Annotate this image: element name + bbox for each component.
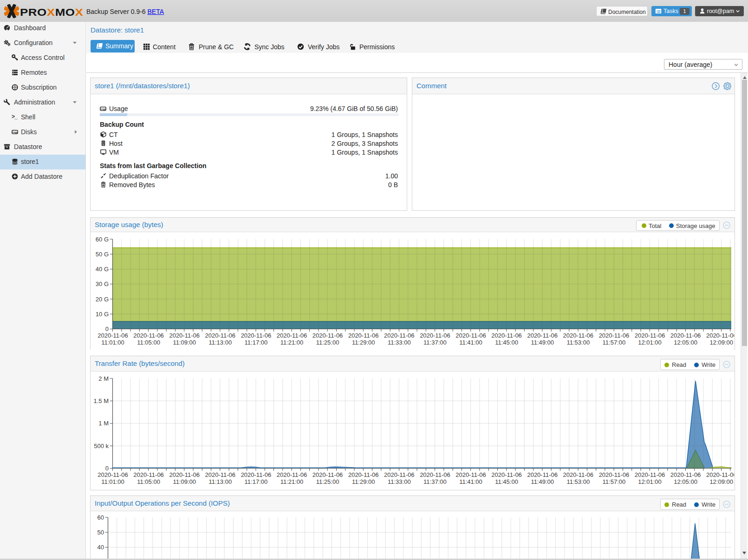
svg-text:11:09:00: 11:09:00 [173,478,196,485]
svg-text:2020-11-06: 2020-11-06 [563,471,594,478]
svg-text:30 G: 30 G [96,280,109,287]
svg-text:11:29:00: 11:29:00 [352,478,375,485]
svg-text:2 M: 2 M [98,375,109,382]
svg-text:2020-11-06: 2020-11-06 [527,471,558,478]
svg-text:2020-11-06: 2020-11-06 [455,332,486,339]
svg-text:40: 40 [98,544,104,551]
svg-text:11:01:00: 11:01:00 [101,478,124,485]
svg-text:11:37:00: 11:37:00 [423,478,447,485]
svg-text:2020-11-06: 2020-11-06 [169,332,200,339]
svg-text:2020-11-06: 2020-11-06 [670,332,701,339]
svg-text:10 G: 10 G [96,311,109,318]
svg-text:2020-11-06: 2020-11-06 [635,332,665,339]
svg-text:12:05:00: 12:05:00 [674,339,697,346]
svg-text:11:57:00: 11:57:00 [603,478,626,485]
svg-text:2020-11-06: 2020-11-06 [563,332,594,339]
svg-text:2020-11-06: 2020-11-06 [384,471,415,478]
svg-text:2020-11-06: 2020-11-06 [98,332,128,339]
svg-text:2020-11-06: 2020-11-06 [241,471,272,478]
svg-text:2020-11-06: 2020-11-06 [420,332,450,339]
svg-text:11:53:00: 11:53:00 [566,478,590,485]
svg-text:12:01:00: 12:01:00 [638,339,662,346]
svg-text:11:41:00: 11:41:00 [459,478,482,485]
svg-text:11:25:00: 11:25:00 [316,339,339,346]
svg-text:11:21:00: 11:21:00 [280,478,304,485]
svg-text:11:37:00: 11:37:00 [423,339,447,346]
svg-text:2020-11-06: 2020-11-06 [706,471,734,478]
svg-text:2020-11-06: 2020-11-06 [348,471,379,478]
svg-text:50 G: 50 G [96,251,109,258]
svg-text:11:45:00: 11:45:00 [495,478,518,485]
svg-text:2020-11-06: 2020-11-06 [420,471,450,478]
svg-text:11:09:00: 11:09:00 [173,339,196,346]
svg-text:2020-11-06: 2020-11-06 [241,332,272,339]
svg-text:2020-11-06: 2020-11-06 [133,471,164,478]
svg-text:2020-11-06: 2020-11-06 [312,471,343,478]
svg-text:2020-11-06: 2020-11-06 [133,332,164,339]
svg-text:40 G: 40 G [96,266,109,273]
svg-text:11:49:00: 11:49:00 [531,339,554,346]
svg-text:1 M: 1 M [98,420,109,427]
svg-text:2020-11-06: 2020-11-06 [635,471,665,478]
svg-text:0: 0 [105,465,109,472]
svg-text:2020-11-06: 2020-11-06 [98,471,128,478]
svg-text:11:25:00: 11:25:00 [316,478,339,485]
svg-text:11:29:00: 11:29:00 [352,339,375,346]
svg-text:2020-11-06: 2020-11-06 [599,471,630,478]
svg-text:2020-11-06: 2020-11-06 [706,332,734,339]
svg-text:2020-11-06: 2020-11-06 [277,471,307,478]
svg-text:60 G: 60 G [96,236,109,243]
svg-text:60: 60 [98,514,104,521]
svg-text:12:05:00: 12:05:00 [674,478,697,485]
svg-text:2020-11-06: 2020-11-06 [527,332,558,339]
svg-text:12:01:00: 12:01:00 [638,478,662,485]
svg-text:2020-11-06: 2020-11-06 [348,332,379,339]
svg-text:50: 50 [98,529,104,536]
svg-text:2020-11-06: 2020-11-06 [491,332,522,339]
svg-text:2020-11-06: 2020-11-06 [205,332,236,339]
svg-text:2020-11-06: 2020-11-06 [599,332,630,339]
svg-text:11:21:00: 11:21:00 [280,339,304,346]
svg-text:2020-11-06: 2020-11-06 [491,471,522,478]
svg-text:11:05:00: 11:05:00 [137,339,160,346]
svg-text:11:17:00: 11:17:00 [245,339,268,346]
svg-text:2020-11-06: 2020-11-06 [205,471,236,478]
svg-text:2020-11-06: 2020-11-06 [455,471,486,478]
svg-text:2020-11-06: 2020-11-06 [384,332,415,339]
svg-text:11:13:00: 11:13:00 [208,478,232,485]
svg-text:11:05:00: 11:05:00 [137,478,160,485]
svg-text:2020-11-06: 2020-11-06 [670,471,701,478]
svg-text:11:45:00: 11:45:00 [495,339,518,346]
svg-text:11:13:00: 11:13:00 [208,339,232,346]
svg-text:11:17:00: 11:17:00 [245,478,268,485]
svg-text:12:09:00: 12:09:00 [709,339,733,346]
svg-text:20 G: 20 G [96,296,109,303]
svg-text:11:49:00: 11:49:00 [531,478,554,485]
svg-text:12:09:00: 12:09:00 [709,478,733,485]
svg-text:11:33:00: 11:33:00 [388,339,411,346]
svg-text:2020-11-06: 2020-11-06 [277,332,307,339]
svg-text:11:33:00: 11:33:00 [388,478,411,485]
svg-text:2020-11-06: 2020-11-06 [169,471,200,478]
svg-text:11:57:00: 11:57:00 [603,339,626,346]
svg-text:0: 0 [105,326,109,332]
svg-text:500 k: 500 k [94,443,109,449]
svg-text:11:41:00: 11:41:00 [459,339,482,346]
svg-text:1.5 M: 1.5 M [93,397,109,404]
svg-text:2020-11-06: 2020-11-06 [312,332,343,339]
svg-text:11:01:00: 11:01:00 [101,339,124,346]
svg-text:11:53:00: 11:53:00 [566,339,590,346]
